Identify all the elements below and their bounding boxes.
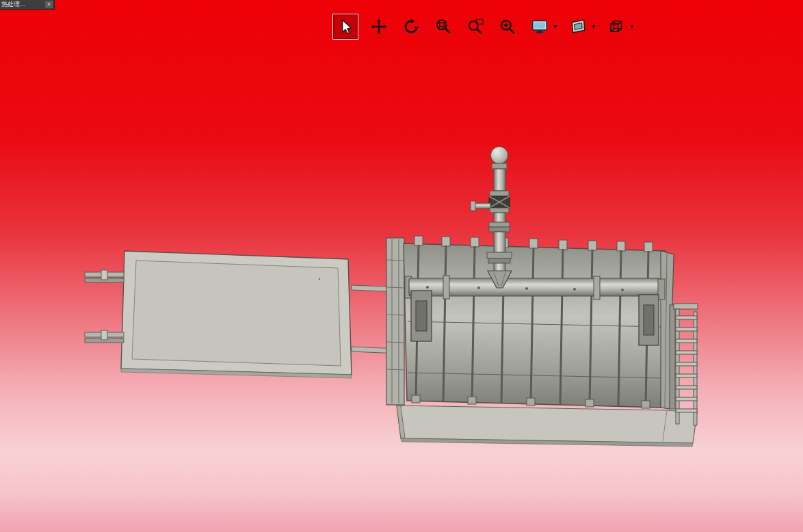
- apply-scene-group: ▾: [566, 15, 596, 38]
- document-tab[interactable]: 热处理... ×: [0, 0, 55, 10]
- display-style-button[interactable]: [528, 15, 551, 38]
- base-platform[interactable]: [397, 405, 697, 447]
- rotate-arrow-icon: [402, 18, 420, 36]
- magnifier-fit-icon: [434, 18, 452, 36]
- pan-tool-button[interactable]: [367, 15, 391, 38]
- magnifier-icon: [499, 18, 516, 36]
- magnifier-area-icon: [466, 18, 484, 36]
- scene-panel-icon: [569, 18, 587, 36]
- zoom-to-area-button[interactable]: [464, 15, 487, 38]
- apply-scene-button[interactable]: [566, 15, 590, 38]
- zoom-to-fit-button[interactable]: [432, 15, 455, 38]
- zoom-in-out-button[interactable]: [496, 15, 519, 38]
- pan-arrows-icon: [370, 18, 388, 36]
- view-orientation-group: ▾: [605, 15, 634, 38]
- feed-pipes[interactable]: [85, 270, 124, 343]
- view-orientation-dropdown-caret[interactable]: ▾: [629, 23, 634, 30]
- tab-title: 热处理...: [1, 0, 43, 9]
- cad-window: 热处理... ×: [0, 0, 803, 532]
- graphics-viewport[interactable]: [0, 0, 803, 532]
- view-toolbar: ▾ ▾ ▾: [332, 12, 634, 41]
- cube-icon: [607, 18, 625, 36]
- model-3d-assembly[interactable]: [0, 0, 803, 532]
- horizontal-pipe[interactable]: [405, 276, 665, 300]
- tab-close-icon[interactable]: ×: [45, 1, 53, 8]
- monitor-icon: [531, 18, 549, 36]
- rotate-view-button[interactable]: [399, 15, 423, 38]
- apply-scene-dropdown-caret[interactable]: ▾: [591, 23, 596, 30]
- ladder[interactable]: [670, 304, 698, 425]
- view-orientation-button[interactable]: [605, 15, 628, 38]
- select-tool-button[interactable]: [332, 14, 358, 40]
- cursor-arrow-icon: [337, 18, 354, 36]
- feed-plate[interactable]: [121, 251, 352, 378]
- display-style-dropdown-caret[interactable]: ▾: [553, 23, 557, 30]
- display-style-group: ▾: [528, 15, 557, 38]
